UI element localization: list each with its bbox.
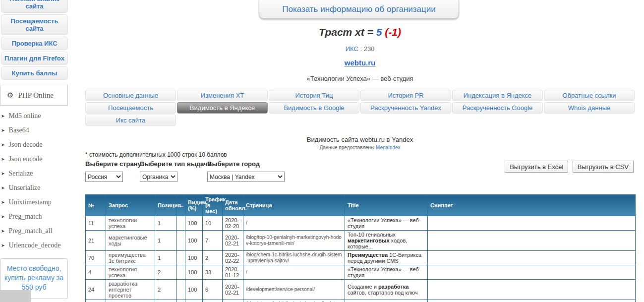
cell-visibility: 100: [185, 300, 203, 302]
php-tool-item[interactable]: ➤Serialize: [0, 166, 83, 181]
cell-arrow: [176, 300, 185, 302]
sidebar: Полный анализ сайтаПосещаемость сайтаПро…: [0, 0, 83, 252]
sidebar-button[interactable]: Посещаемость сайта: [1, 14, 68, 35]
city-select[interactable]: Москва | Yandex: [207, 172, 285, 182]
right-arrow-icon: ➤: [1, 229, 5, 234]
cell-page: /: [243, 216, 345, 231]
cell-snippet: [428, 300, 636, 302]
cell-query: маркетинговые ходы: [106, 231, 155, 251]
cell-position: 1: [155, 231, 176, 251]
cell-position: 2: [155, 265, 176, 280]
right-arrow-icon: ➤: [1, 142, 5, 147]
cell-visibility: 100: [185, 280, 203, 300]
table-row: 24разработка интернет проектов210062020-…: [86, 280, 636, 300]
cell-query: преимущества битрикс: [106, 300, 155, 302]
city-filter-label: Выберите город: [207, 160, 285, 168]
column-header: Title: [345, 195, 428, 216]
country-select[interactable]: Россия: [85, 172, 123, 182]
column-header: Сниппет: [428, 195, 636, 216]
cell-traffic: 2: [203, 251, 223, 265]
php-tool-item[interactable]: ➤Json decode: [0, 137, 83, 152]
tab-istoriya-tic[interactable]: История Тиц: [269, 90, 359, 101]
serp-type-filter: Выберите тип выдачи Органика: [140, 160, 212, 182]
country-filter-label: Выберите страну: [85, 160, 141, 168]
php-tool-item[interactable]: ➤Json encode: [0, 152, 83, 166]
cell-num: 4: [86, 265, 106, 280]
tab-osnovnye-dannye[interactable]: Основные данные: [85, 90, 176, 101]
table-row: 11технологии успеха1100102020-02-20/«Тех…: [86, 216, 636, 231]
tab-iks-sajta[interactable]: Икс сайта: [85, 115, 176, 126]
tab-obratnye-ssylki[interactable]: Обратные ссылки: [544, 90, 635, 101]
php-tool-item[interactable]: ➤Urlencode_decode: [0, 238, 83, 252]
sidebar-button[interactable]: Проверка ИКС: [1, 37, 68, 50]
tab-poseshchaemost[interactable]: Посещаемость: [85, 102, 176, 114]
cell-title: Преимущества 1С-Битрикса перед другими C…: [345, 251, 428, 265]
cell-position: 1: [155, 216, 176, 231]
sidebar-button[interactable]: Полный анализ сайта: [1, 0, 68, 13]
tab-raskruchennost-yandex[interactable]: Раскрученность Yandex: [360, 102, 451, 114]
right-arrow-icon: ➤: [1, 157, 5, 162]
cell-arrow: [176, 280, 185, 300]
cell-query: технологии успеха: [106, 216, 155, 231]
megaindex-link[interactable]: MegaIndex: [376, 145, 400, 150]
cell-title: Создание и разработка сайтов, стартапов …: [345, 280, 428, 300]
bottom-left-gray-block: [0, 290, 31, 302]
sidebar-button[interactable]: Купить баллы: [1, 66, 68, 80]
tab-whois-dannye[interactable]: Whois данные: [544, 102, 635, 114]
visibility-title: Видимость сайта webtu.ru в Yandex: [84, 136, 636, 143]
right-arrow-icon: ➤: [1, 185, 5, 190]
cell-updated: 2020-02-22: [223, 251, 243, 265]
php-tool-item[interactable]: ➤Unixtimestamp: [0, 195, 83, 209]
tab-izmeneniya-xt[interactable]: Изменения XT: [177, 90, 268, 101]
php-tool-item[interactable]: ➤Md5 online: [0, 109, 83, 123]
export-excel-button[interactable]: Выгрузить в Excel: [505, 161, 568, 173]
trust-line: Траст xt = 5 (-1): [84, 26, 636, 38]
right-arrow-icon: ➤: [1, 200, 5, 205]
right-arrow-icon: ➤: [1, 243, 5, 248]
tab-raskruchennost-google[interactable]: Раскрученность Google: [452, 102, 543, 114]
tabs: Основные данныеИзменения XTИстория ТицИс…: [85, 90, 635, 127]
export-csv-button[interactable]: Выгрузить в CSV: [573, 161, 634, 173]
cell-visibility: 100: [185, 265, 203, 280]
cell-snippet: [428, 265, 636, 280]
data-source-prefix: Данные предоставлены: [319, 145, 376, 150]
php-tool-label: Json decode: [9, 141, 43, 148]
php-tool-label: Urlencode_decode: [9, 242, 61, 249]
serp-type-select[interactable]: Органика: [140, 172, 177, 182]
city-filter: Выберите город Москва | Yandex: [207, 160, 285, 182]
table-row: 21маркетинговые ходы110072020-02-21/blog…: [86, 231, 636, 251]
iks-label: ИКС: [346, 45, 358, 53]
cell-page: /: [243, 265, 345, 280]
cell-updated: 2020-01-12: [223, 265, 243, 280]
php-tool-item[interactable]: ➤Preg_match: [0, 209, 83, 224]
cell-num: 70: [86, 251, 106, 265]
php-tool-item[interactable]: ➤Preg_match_all: [0, 224, 83, 238]
right-arrow-icon: ➤: [1, 128, 5, 133]
tab-vidimost-v-yandekse[interactable]: Видимость в Яндексе: [177, 102, 268, 114]
cell-title: «Технологии Успеха» — веб-студия: [345, 216, 428, 231]
php-tool-label: Base64: [9, 126, 29, 134]
show-org-info-button[interactable]: Показать информацию об организации: [259, 0, 459, 19]
gear-icon: ⚙: [7, 91, 13, 99]
export-buttons: Выгрузить в Excel Выгрузить в CSV: [503, 161, 634, 173]
tab-indeksaciya-v-yandekse[interactable]: Индексация в Яндексе: [452, 90, 543, 101]
data-source-line: Данные предоставлены MegaIndex: [84, 145, 636, 150]
tab-istoriya-pr[interactable]: История PR: [360, 90, 451, 101]
php-tool-item[interactable]: ➤Unserialize: [0, 181, 83, 195]
cell-query: преимущества 1с битрикс: [106, 251, 155, 265]
trust-delta: (-1): [382, 26, 401, 38]
cell-query: разработка интернет проектов: [106, 280, 155, 300]
tab-vidimost-v-google[interactable]: Видимость в Google: [269, 102, 359, 114]
domain-link[interactable]: webtu.ru: [345, 59, 376, 67]
tabs-row-3: Икс сайта: [85, 115, 635, 126]
php-tool-item[interactable]: ➤Base64: [0, 123, 83, 137]
cell-updated: 2020-02-22: [223, 300, 243, 302]
cell-num: 24: [86, 280, 106, 300]
cell-traffic: 7: [203, 231, 223, 251]
php-tool-label: Serialize: [9, 170, 33, 177]
iks-line: ИКС : 230: [84, 45, 636, 53]
sidebar-button[interactable]: Плагин для Firefox: [1, 52, 68, 65]
cell-visibility: 100: [185, 231, 203, 251]
cell-snippet: [428, 251, 636, 265]
cell-num: 21: [86, 231, 106, 251]
